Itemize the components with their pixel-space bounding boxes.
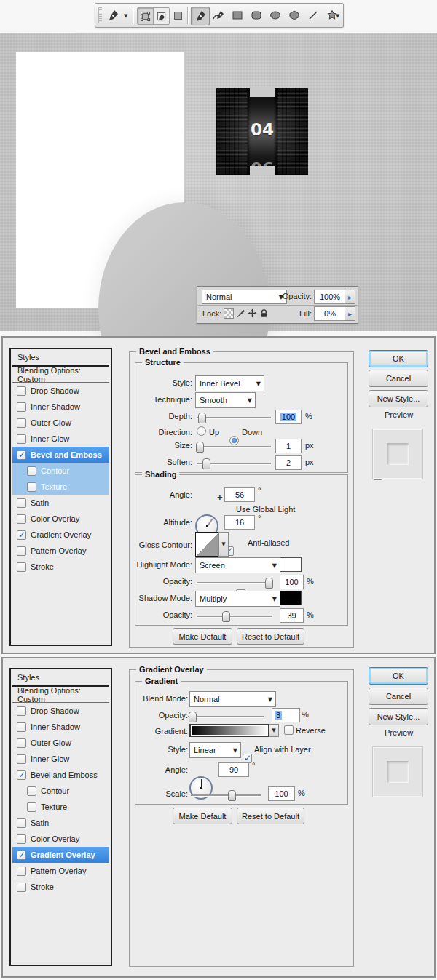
preset-dropdown-caret-icon[interactable]	[124, 13, 127, 19]
shape-options-caret-icon[interactable]	[336, 13, 339, 19]
angle-field[interactable]: 56	[224, 487, 255, 502]
style-item-outer-glow[interactable]: Outer Glow	[12, 735, 109, 751]
slider-thumb[interactable]	[265, 578, 273, 589]
shape-layers-button[interactable]	[138, 8, 154, 24]
lock-all-icon[interactable]	[259, 308, 269, 318]
checkbox[interactable]	[17, 546, 26, 556]
checkbox[interactable]	[17, 722, 26, 732]
shadow-mode-select[interactable]: Multiply	[195, 591, 280, 607]
style-item-bevel-and-emboss[interactable]: Bevel and Emboss	[12, 767, 109, 783]
style-item-stroke[interactable]: Stroke	[12, 879, 109, 895]
soften-slider[interactable]	[197, 458, 271, 469]
opacity-field[interactable]: 100%	[314, 290, 346, 304]
rectangle-tool-button[interactable]	[229, 7, 246, 24]
fill-spinner-button[interactable]	[345, 306, 355, 321]
checkbox[interactable]	[27, 802, 36, 812]
size-slider[interactable]	[197, 442, 271, 452]
highlight-opacity-slider[interactable]	[197, 578, 272, 588]
checkbox[interactable]	[17, 883, 26, 892]
pen-tool-button[interactable]	[191, 7, 210, 25]
lock-paint-icon[interactable]	[236, 308, 245, 318]
fill-field[interactable]: 0%	[314, 306, 346, 321]
scale-slider[interactable]	[191, 790, 261, 800]
style-item-stroke[interactable]: Stroke	[12, 559, 109, 575]
style-item-pattern-overlay[interactable]: Pattern Overlay	[12, 543, 109, 559]
bevel-style-select[interactable]: Inner Bevel	[195, 375, 264, 391]
shadow-color-swatch[interactable]	[280, 591, 302, 605]
make-default-button[interactable]: Make Default	[173, 628, 232, 645]
checkbox[interactable]	[27, 786, 36, 796]
style-item-pattern-overlay[interactable]: Pattern Overlay	[12, 863, 109, 879]
technique-select[interactable]: Smooth	[195, 392, 256, 408]
scale-field[interactable]: 100	[268, 786, 295, 801]
style-item-satin[interactable]: Satin	[12, 495, 109, 511]
style-item-satin[interactable]: Satin	[12, 815, 109, 831]
slider-thumb[interactable]	[196, 442, 204, 453]
lock-position-icon[interactable]	[248, 308, 257, 318]
checkbox[interactable]	[17, 562, 26, 572]
checkbox[interactable]	[27, 482, 36, 492]
lock-transparency-icon[interactable]	[224, 308, 234, 319]
checkbox[interactable]	[17, 867, 26, 876]
rounded-rectangle-tool-button[interactable]	[248, 7, 265, 24]
slider-thumb[interactable]	[189, 712, 197, 722]
blend-mode-select[interactable]: Normal	[189, 691, 276, 707]
depth-field[interactable]: 100	[275, 410, 302, 424]
line-tool-button[interactable]	[304, 7, 322, 24]
style-item-inner-shadow[interactable]: Inner Shadow	[12, 399, 109, 415]
checkbox[interactable]	[17, 434, 26, 444]
gloss-contour-dropdown-button[interactable]	[219, 532, 229, 557]
reset-to-default-button[interactable]: Reset to Default	[237, 628, 304, 645]
blending-options-item[interactable]: Blending Options: Custom	[12, 367, 109, 383]
style-item-gradient-overlay[interactable]: Gradient Overlay	[12, 527, 109, 543]
style-item-drop-shadow[interactable]: Drop Shadow	[12, 383, 109, 399]
checkbox[interactable]	[17, 850, 26, 860]
checkbox[interactable]	[17, 530, 26, 540]
gloss-contour-thumbnail[interactable]	[195, 532, 220, 557]
reverse-checkbox[interactable]	[284, 725, 294, 735]
ok-button[interactable]: OK	[369, 667, 428, 685]
soften-field[interactable]: 2	[275, 455, 302, 470]
ellipse-tool-button[interactable]	[267, 7, 284, 24]
checkbox[interactable]	[17, 706, 26, 716]
shadow-opacity-field[interactable]: 39	[280, 608, 304, 623]
make-default-button[interactable]: Make Default	[173, 808, 232, 824]
depth-slider[interactable]	[197, 413, 271, 423]
shadow-opacity-slider[interactable]	[197, 611, 272, 621]
new-style-button[interactable]: New Style...	[369, 390, 428, 407]
style-item-texture[interactable]: Texture	[12, 479, 109, 495]
checkbox[interactable]	[17, 754, 26, 764]
checkbox[interactable]	[17, 834, 26, 844]
checkbox[interactable]	[17, 770, 26, 780]
style-item-contour[interactable]: Contour	[12, 463, 109, 479]
checkbox[interactable]	[17, 386, 26, 396]
style-item-outer-glow[interactable]: Outer Glow	[12, 415, 109, 431]
opacity-slider[interactable]	[188, 712, 264, 722]
slider-thumb[interactable]	[202, 458, 210, 469]
checkbox[interactable]	[17, 498, 26, 508]
slider-thumb[interactable]	[228, 790, 236, 801]
styles-header[interactable]: Styles	[12, 349, 109, 367]
opacity-spinner-button[interactable]	[345, 290, 355, 304]
styles-header[interactable]: Styles	[12, 669, 109, 687]
style-item-inner-shadow[interactable]: Inner Shadow	[12, 719, 109, 735]
new-style-button[interactable]: New Style...	[369, 708, 428, 725]
checkbox[interactable]	[17, 418, 26, 428]
style-item-inner-glow[interactable]: Inner Glow	[12, 751, 109, 767]
angle-field[interactable]: 90	[219, 762, 249, 777]
checkbox[interactable]	[17, 738, 26, 748]
checkbox[interactable]	[17, 450, 26, 460]
style-item-inner-glow[interactable]: Inner Glow	[12, 431, 109, 447]
cancel-button[interactable]: Cancel	[369, 370, 428, 387]
checkbox[interactable]	[17, 818, 26, 828]
highlight-color-swatch[interactable]	[280, 557, 302, 572]
reset-to-default-button[interactable]: Reset to Default	[237, 808, 304, 824]
style-item-contour[interactable]: Contour	[12, 783, 109, 799]
style-item-texture[interactable]: Texture	[12, 799, 109, 815]
toolbar-grip[interactable]	[98, 7, 102, 23]
altitude-field[interactable]: 16	[224, 515, 255, 530]
size-field[interactable]: 1	[275, 439, 302, 453]
slider-thumb[interactable]	[198, 413, 206, 423]
checkbox[interactable]	[17, 514, 26, 524]
checkbox[interactable]	[27, 466, 36, 476]
